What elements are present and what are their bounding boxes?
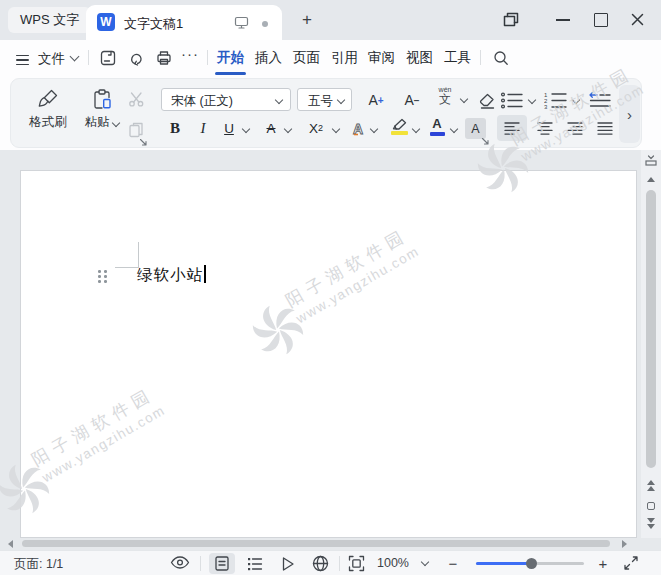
document-tab[interactable]: W 文字文稿1 (86, 5, 282, 40)
justify-button[interactable] (591, 115, 619, 141)
active-tab-underline (215, 72, 246, 75)
increase-font-size-button[interactable]: A+ (361, 88, 391, 112)
zoom-in-button[interactable]: + (594, 553, 612, 573)
page-view-button[interactable] (209, 553, 235, 574)
tab-tools[interactable]: 工具 (444, 49, 471, 67)
horizontal-scroll-thumb[interactable] (22, 540, 610, 547)
font-dialog-launcher-icon[interactable] (139, 138, 148, 147)
zoom-level-value[interactable]: 100% (377, 556, 409, 570)
scroll-up-icon[interactable] (647, 177, 655, 182)
more-commands-icon[interactable]: ··· (181, 45, 199, 62)
scroll-left-icon[interactable] (8, 540, 13, 548)
pinyin-guide-button[interactable]: wén 文 (433, 86, 457, 105)
text-effects-icon: A (350, 119, 368, 137)
spell-check-eye-icon[interactable] (170, 555, 190, 570)
tab-view[interactable]: 视图 (406, 49, 433, 67)
zoom-out-button[interactable]: − (444, 553, 462, 573)
svg-text:3: 3 (544, 104, 548, 109)
font-size-select[interactable]: 五号 (297, 88, 352, 111)
minimize-icon[interactable] (556, 19, 570, 21)
cut-button[interactable] (123, 87, 149, 111)
tab-reference[interactable]: 引用 (331, 49, 358, 67)
wps-writer-window: WPS 文字 W 文字文稿1 + 文件 (0, 0, 661, 575)
bullet-list-chevron-down-icon[interactable] (528, 96, 536, 104)
web-view-button[interactable] (307, 553, 333, 574)
close-icon[interactable] (630, 12, 645, 27)
highlight-color-swatch (391, 131, 408, 135)
tab-page[interactable]: 页面 (293, 49, 320, 67)
save-icon[interactable] (99, 49, 117, 67)
superscript-chevron-down-icon[interactable] (332, 125, 340, 133)
superscript-button[interactable]: X2 (303, 116, 329, 140)
pinyin-chevron-down-icon[interactable] (460, 95, 468, 103)
underline-chevron-down-icon[interactable] (242, 125, 250, 133)
expand-ribbon-button[interactable]: › (619, 85, 640, 143)
margin-corner-mark (115, 267, 139, 268)
zoom-slider-thumb[interactable] (526, 558, 537, 569)
wps-app-button[interactable]: WPS 文字 (8, 7, 91, 33)
decrease-indent-icon (588, 92, 612, 109)
format-painter-button[interactable]: 格式刷 (21, 84, 75, 144)
document-page[interactable]: 绿软小站 (20, 170, 637, 538)
vertical-scroll-thumb[interactable] (646, 190, 656, 468)
highlight-color-button[interactable] (387, 116, 411, 140)
previous-page-icon[interactable] (647, 480, 655, 491)
tab-home[interactable]: 开始 (217, 49, 244, 67)
scroll-right-icon[interactable] (622, 540, 627, 548)
fit-page-button[interactable] (348, 555, 365, 572)
character-shading-button[interactable]: A (465, 118, 486, 139)
font-name-select[interactable]: 宋体 (正文) (161, 88, 291, 111)
outline-view-button[interactable] (242, 553, 268, 574)
clear-formatting-button[interactable] (473, 88, 501, 112)
paste-button[interactable]: 粘贴 (77, 84, 127, 144)
undo-icon[interactable] (128, 49, 146, 67)
italic-button[interactable]: I (193, 116, 213, 140)
strikethrough-button[interactable]: A (261, 116, 281, 140)
underline-button[interactable]: U (219, 116, 239, 140)
highlight-chevron-down-icon[interactable] (412, 125, 420, 133)
hamburger-icon[interactable] (16, 52, 29, 68)
text-effects-button[interactable]: A (349, 116, 369, 140)
numbered-list-button[interactable]: 123 (543, 89, 569, 111)
fullscreen-button[interactable] (623, 555, 639, 571)
horizontal-scrollbar (0, 538, 641, 550)
search-icon[interactable] (492, 49, 510, 67)
font-name-chevron-down-icon (275, 96, 283, 104)
font-color-swatch (430, 132, 445, 136)
font-size-chevron-down-icon (337, 96, 345, 104)
numbered-list-chevron-down-icon[interactable] (572, 96, 580, 104)
paragraph-drag-handle[interactable] (98, 270, 108, 285)
divider (200, 556, 201, 571)
ribbon: 格式刷 粘贴 宋体 (正文) 五号 (0, 76, 661, 150)
decrease-indent-button[interactable] (587, 89, 613, 111)
file-chevron-down-icon[interactable] (70, 52, 80, 62)
align-left-button[interactable] (497, 115, 527, 141)
font-color-button[interactable]: A (427, 116, 447, 140)
outline-view-icon (247, 557, 263, 571)
new-tab-button[interactable]: + (296, 9, 318, 31)
align-center-button[interactable] (531, 115, 559, 141)
fit-page-icon (348, 555, 365, 572)
strikethrough-chevron-down-icon[interactable] (284, 125, 292, 133)
numbered-list-icon: 123 (544, 91, 568, 109)
tab-insert[interactable]: 插入 (255, 49, 282, 67)
select-browse-object-icon[interactable] (647, 502, 655, 510)
ruler-toggle-icon[interactable] (645, 155, 657, 167)
decrease-font-size-button[interactable]: A− (397, 88, 427, 112)
bold-button[interactable]: B (163, 116, 187, 140)
paste-icon (77, 84, 127, 114)
zoom-chevron-down-icon[interactable] (421, 558, 429, 566)
maximize-icon[interactable] (594, 13, 608, 27)
tab-review[interactable]: 审阅 (368, 49, 395, 67)
workspace-windows-icon[interactable] (503, 12, 520, 28)
bullet-list-button[interactable] (499, 89, 525, 111)
print-icon[interactable] (155, 49, 173, 67)
zoom-slider[interactable] (476, 562, 584, 565)
align-right-button[interactable] (561, 115, 589, 141)
paragraph-dialog-launcher-icon[interactable] (481, 137, 490, 146)
reading-view-button[interactable] (275, 553, 301, 574)
font-color-chevron-down-icon[interactable] (450, 125, 458, 133)
text-effects-chevron-down-icon[interactable] (370, 125, 378, 133)
file-menu-button[interactable]: 文件 (38, 50, 65, 68)
next-page-icon[interactable] (647, 518, 655, 529)
